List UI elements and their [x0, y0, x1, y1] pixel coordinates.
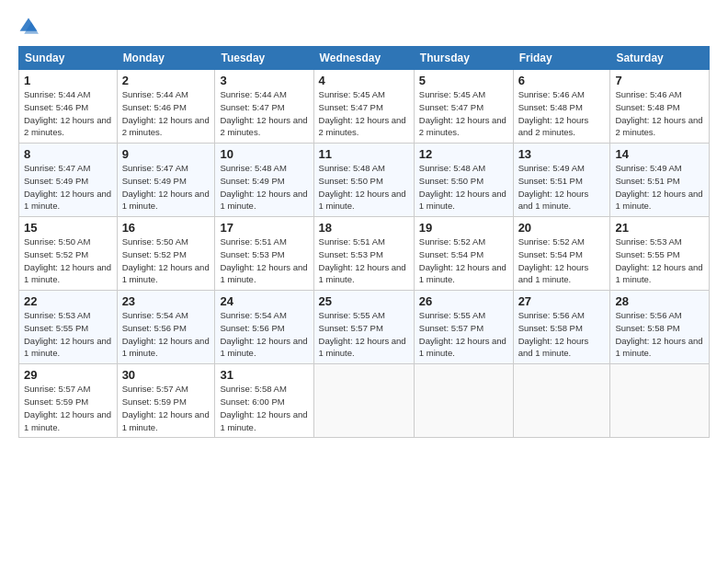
calendar-cell: [610, 364, 710, 438]
day-info: Sunrise: 5:51 AM Sunset: 5:53 PM Dayligh…: [220, 236, 308, 286]
calendar-cell: [414, 364, 513, 438]
week-row-3: 15 Sunrise: 5:50 AM Sunset: 5:52 PM Dayl…: [19, 217, 710, 291]
day-number: 17: [220, 221, 308, 235]
day-number: 12: [419, 147, 508, 161]
calendar-cell: 21 Sunrise: 5:53 AM Sunset: 5:55 PM Dayl…: [610, 217, 710, 291]
week-row-4: 22 Sunrise: 5:53 AM Sunset: 5:55 PM Dayl…: [19, 291, 710, 364]
day-number: 26: [419, 294, 508, 308]
day-info: Sunrise: 5:57 AM Sunset: 5:59 PM Dayligh…: [122, 383, 210, 433]
calendar-cell: 17 Sunrise: 5:51 AM Sunset: 5:53 PM Dayl…: [215, 217, 313, 291]
day-info: Sunrise: 5:55 AM Sunset: 5:57 PM Dayligh…: [319, 309, 409, 360]
calendar-cell: 12 Sunrise: 5:48 AM Sunset: 5:50 PM Dayl…: [414, 144, 513, 217]
day-info: Sunrise: 5:44 AM Sunset: 5:46 PM Dayligh…: [24, 88, 112, 139]
day-info: Sunrise: 5:51 AM Sunset: 5:53 PM Dayligh…: [319, 236, 409, 286]
day-info: Sunrise: 5:58 AM Sunset: 6:00 PM Dayligh…: [220, 383, 308, 433]
calendar-cell: 15 Sunrise: 5:50 AM Sunset: 5:52 PM Dayl…: [19, 217, 118, 291]
day-number: 1: [24, 74, 112, 87]
day-info: Sunrise: 5:49 AM Sunset: 5:51 PM Dayligh…: [518, 162, 606, 213]
day-number: 21: [615, 221, 704, 235]
day-number: 24: [220, 294, 308, 308]
calendar-cell: 19 Sunrise: 5:52 AM Sunset: 5:54 PM Dayl…: [414, 217, 513, 291]
calendar-cell: 4 Sunrise: 5:45 AM Sunset: 5:47 PM Dayli…: [313, 70, 414, 144]
day-info: Sunrise: 5:50 AM Sunset: 5:52 PM Dayligh…: [24, 236, 112, 286]
col-sunday: Sunday: [19, 47, 118, 70]
calendar-cell: 11 Sunrise: 5:48 AM Sunset: 5:50 PM Dayl…: [313, 144, 414, 217]
day-number: 20: [518, 221, 606, 235]
header: [18, 17, 710, 37]
day-info: Sunrise: 5:49 AM Sunset: 5:51 PM Dayligh…: [615, 162, 704, 213]
calendar-cell: 2 Sunrise: 5:44 AM Sunset: 5:46 PM Dayli…: [117, 70, 215, 144]
calendar-cell: 23 Sunrise: 5:54 AM Sunset: 5:56 PM Dayl…: [117, 291, 215, 364]
day-info: Sunrise: 5:45 AM Sunset: 5:47 PM Dayligh…: [319, 88, 409, 139]
day-info: Sunrise: 5:46 AM Sunset: 5:48 PM Dayligh…: [518, 88, 606, 139]
calendar-cell: 14 Sunrise: 5:49 AM Sunset: 5:51 PM Dayl…: [610, 144, 710, 217]
day-info: Sunrise: 5:54 AM Sunset: 5:56 PM Dayligh…: [220, 309, 308, 360]
day-number: 5: [419, 74, 508, 87]
calendar-cell: 22 Sunrise: 5:53 AM Sunset: 5:55 PM Dayl…: [19, 291, 118, 364]
day-number: 7: [615, 74, 704, 87]
col-tuesday: Tuesday: [215, 47, 313, 70]
calendar-cell: 18 Sunrise: 5:51 AM Sunset: 5:53 PM Dayl…: [313, 217, 414, 291]
calendar-cell: 3 Sunrise: 5:44 AM Sunset: 5:47 PM Dayli…: [215, 70, 313, 144]
day-info: Sunrise: 5:54 AM Sunset: 5:56 PM Dayligh…: [122, 309, 210, 360]
calendar-cell: 29 Sunrise: 5:57 AM Sunset: 5:59 PM Dayl…: [19, 364, 118, 438]
week-row-5: 29 Sunrise: 5:57 AM Sunset: 5:59 PM Dayl…: [19, 364, 710, 438]
calendar-cell: 6 Sunrise: 5:46 AM Sunset: 5:48 PM Dayli…: [513, 70, 610, 144]
calendar-cell: 31 Sunrise: 5:58 AM Sunset: 6:00 PM Dayl…: [215, 364, 313, 438]
day-number: 19: [419, 221, 508, 235]
day-number: 9: [122, 147, 210, 161]
calendar-table: Sunday Monday Tuesday Wednesday Thursday…: [18, 46, 710, 438]
day-number: 11: [319, 147, 409, 161]
logo: [18, 17, 42, 37]
day-info: Sunrise: 5:48 AM Sunset: 5:50 PM Dayligh…: [319, 162, 409, 213]
calendar-body: 1 Sunrise: 5:44 AM Sunset: 5:46 PM Dayli…: [19, 70, 710, 438]
day-info: Sunrise: 5:44 AM Sunset: 5:47 PM Dayligh…: [220, 88, 308, 139]
day-number: 30: [122, 368, 210, 382]
calendar-cell: 30 Sunrise: 5:57 AM Sunset: 5:59 PM Dayl…: [117, 364, 215, 438]
calendar-cell: 26 Sunrise: 5:55 AM Sunset: 5:57 PM Dayl…: [414, 291, 513, 364]
day-number: 23: [122, 294, 210, 308]
day-info: Sunrise: 5:47 AM Sunset: 5:49 PM Dayligh…: [24, 162, 112, 213]
day-info: Sunrise: 5:52 AM Sunset: 5:54 PM Dayligh…: [419, 236, 508, 286]
calendar-cell: 9 Sunrise: 5:47 AM Sunset: 5:49 PM Dayli…: [117, 144, 215, 217]
day-number: 10: [220, 147, 308, 161]
day-info: Sunrise: 5:57 AM Sunset: 5:59 PM Dayligh…: [24, 383, 112, 433]
day-info: Sunrise: 5:46 AM Sunset: 5:48 PM Dayligh…: [615, 88, 704, 139]
calendar-cell: 7 Sunrise: 5:46 AM Sunset: 5:48 PM Dayli…: [610, 70, 710, 144]
calendar-cell: 20 Sunrise: 5:52 AM Sunset: 5:54 PM Dayl…: [513, 217, 610, 291]
day-info: Sunrise: 5:53 AM Sunset: 5:55 PM Dayligh…: [615, 236, 704, 286]
calendar-cell: 5 Sunrise: 5:45 AM Sunset: 5:47 PM Dayli…: [414, 70, 513, 144]
day-number: 29: [24, 368, 112, 382]
day-info: Sunrise: 5:48 AM Sunset: 5:50 PM Dayligh…: [419, 162, 508, 213]
calendar-cell: 16 Sunrise: 5:50 AM Sunset: 5:52 PM Dayl…: [117, 217, 215, 291]
day-number: 28: [615, 294, 704, 308]
day-info: Sunrise: 5:45 AM Sunset: 5:47 PM Dayligh…: [419, 88, 508, 139]
day-number: 27: [518, 294, 606, 308]
calendar-cell: 8 Sunrise: 5:47 AM Sunset: 5:49 PM Dayli…: [19, 144, 118, 217]
calendar-cell: 24 Sunrise: 5:54 AM Sunset: 5:56 PM Dayl…: [215, 291, 313, 364]
col-saturday: Saturday: [610, 47, 710, 70]
col-monday: Monday: [117, 47, 215, 70]
day-number: 2: [122, 74, 210, 87]
col-friday: Friday: [513, 47, 610, 70]
day-number: 3: [220, 74, 308, 87]
day-number: 14: [615, 147, 704, 161]
day-number: 13: [518, 147, 606, 161]
calendar-cell: 10 Sunrise: 5:48 AM Sunset: 5:49 PM Dayl…: [215, 144, 313, 217]
day-info: Sunrise: 5:56 AM Sunset: 5:58 PM Dayligh…: [615, 309, 704, 360]
day-number: 18: [319, 221, 409, 235]
day-info: Sunrise: 5:56 AM Sunset: 5:58 PM Dayligh…: [518, 309, 606, 360]
calendar-cell: [513, 364, 610, 438]
day-number: 4: [319, 74, 409, 87]
day-info: Sunrise: 5:53 AM Sunset: 5:55 PM Dayligh…: [24, 309, 112, 360]
day-number: 8: [24, 147, 112, 161]
day-number: 16: [122, 221, 210, 235]
day-info: Sunrise: 5:47 AM Sunset: 5:49 PM Dayligh…: [122, 162, 210, 213]
day-number: 25: [319, 294, 409, 308]
day-info: Sunrise: 5:48 AM Sunset: 5:49 PM Dayligh…: [220, 162, 308, 213]
col-wednesday: Wednesday: [313, 47, 414, 70]
page: Sunday Monday Tuesday Wednesday Thursday…: [0, 0, 728, 447]
day-info: Sunrise: 5:52 AM Sunset: 5:54 PM Dayligh…: [518, 236, 606, 286]
week-row-1: 1 Sunrise: 5:44 AM Sunset: 5:46 PM Dayli…: [19, 70, 710, 144]
calendar-cell: 28 Sunrise: 5:56 AM Sunset: 5:58 PM Dayl…: [610, 291, 710, 364]
